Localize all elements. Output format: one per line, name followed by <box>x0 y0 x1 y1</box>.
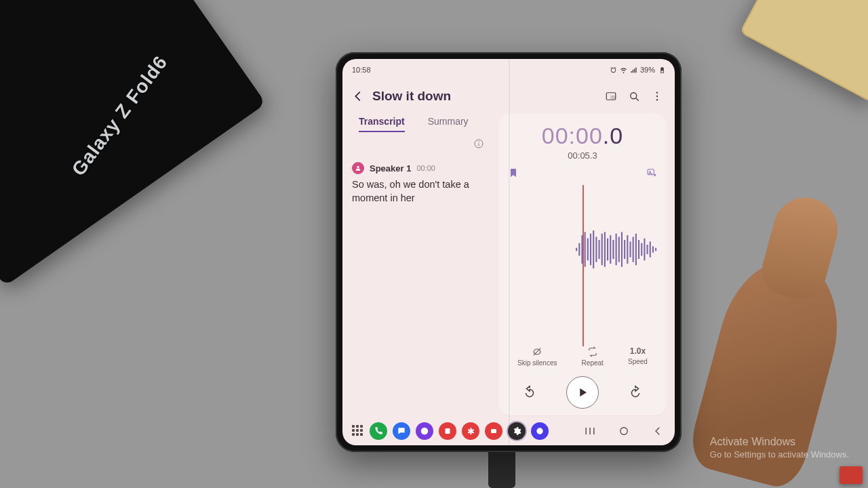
box-badge-icon <box>0 0 9 22</box>
tabs: Transcript Summary <box>351 113 489 139</box>
page-title: Slow it down <box>372 89 597 104</box>
status-bar: 10:58 39% <box>342 59 675 78</box>
corner-badge-icon <box>840 466 863 484</box>
waveform[interactable] <box>505 185 660 346</box>
retail-box <box>0 0 266 286</box>
taskbar-app-video[interactable] <box>485 422 502 440</box>
screen: 10:58 39% Slow it down <box>342 59 675 445</box>
waveform-icon <box>575 226 660 273</box>
image-annotate-button[interactable] <box>646 167 657 181</box>
status-battery: 39% <box>640 66 655 74</box>
taskbar-app-phone[interactable] <box>370 422 387 440</box>
svg-point-47 <box>536 428 542 434</box>
taskbar-app-messages[interactable] <box>393 422 410 440</box>
app-drawer-button[interactable] <box>352 425 364 437</box>
nav-home-button[interactable] <box>616 424 631 439</box>
taskbar: ✱ <box>342 417 675 445</box>
transcript-text: So was, oh we don't take a moment in her <box>351 178 489 205</box>
taskbar-app-browser[interactable] <box>416 422 433 440</box>
svg-point-10 <box>357 166 359 168</box>
svg-rect-45 <box>446 428 450 434</box>
speed-label: Speed <box>628 358 648 365</box>
total-time: 00:05.3 <box>505 150 660 161</box>
current-time-dec: .0 <box>603 123 623 148</box>
hand <box>685 247 854 488</box>
pip-button[interactable] <box>601 87 620 106</box>
wooden-prop <box>740 0 868 102</box>
nav-back-button[interactable] <box>650 424 665 439</box>
taskbar-app-clock[interactable] <box>531 422 549 440</box>
nav-recents-button[interactable] <box>583 424 597 439</box>
svg-marker-43 <box>580 388 587 396</box>
svg-line-3 <box>636 98 639 101</box>
speaker-avatar-icon <box>352 162 364 174</box>
back-button[interactable] <box>348 86 368 106</box>
transcript-pane: Transcript Summary Speaker 1 00:00 So wa… <box>351 113 489 415</box>
repeat-label: Repeat <box>582 359 604 367</box>
playback-controls <box>505 376 660 409</box>
svg-point-9 <box>478 141 479 142</box>
tab-summary[interactable]: Summary <box>428 116 469 132</box>
more-button[interactable] <box>648 87 667 106</box>
svg-point-51 <box>620 428 628 435</box>
tablet-device: 10:58 39% Slow it down <box>336 52 682 452</box>
speed-button[interactable]: 1.0x Speed <box>628 346 648 367</box>
status-time: 10:58 <box>352 66 371 74</box>
taskbar-app-settings[interactable] <box>508 422 526 440</box>
svg-point-5 <box>656 96 658 97</box>
wifi-icon <box>620 66 627 73</box>
forward-button[interactable] <box>623 380 648 405</box>
app-header: Slow it down <box>342 78 675 113</box>
svg-point-2 <box>631 93 637 99</box>
playback-options: Skip silences Repeat 1.0x Speed <box>505 346 660 367</box>
skip-silences-label: Skip silences <box>517 359 557 367</box>
search-button[interactable] <box>625 87 644 106</box>
battery-icon <box>658 66 665 73</box>
svg-point-44 <box>421 428 429 435</box>
alarm-icon <box>610 66 616 73</box>
svg-point-6 <box>656 99 658 100</box>
current-time: 00:00.0 <box>505 123 660 149</box>
skip-silences-button[interactable]: Skip silences <box>517 346 557 367</box>
rewind-button[interactable] <box>517 380 542 405</box>
bookmark-button[interactable] <box>508 167 519 181</box>
current-time-main: 00:00 <box>542 123 603 148</box>
taskbar-app-asterisk[interactable]: ✱ <box>462 422 479 440</box>
svg-rect-46 <box>491 429 496 433</box>
repeat-button[interactable]: Repeat <box>582 346 604 367</box>
tab-transcript[interactable]: Transcript <box>359 116 405 132</box>
play-button[interactable] <box>566 376 599 409</box>
speaker-timestamp: 00:00 <box>416 164 435 172</box>
taskbar-app-notes[interactable] <box>439 422 456 440</box>
speaker-row: Speaker 1 00:00 <box>352 162 488 174</box>
svg-point-4 <box>656 92 658 94</box>
speed-value: 1.0x <box>630 346 646 356</box>
playback-panel: 00:00.0 00:05.3 <box>498 113 667 415</box>
speaker-name: Speaker 1 <box>370 163 411 174</box>
svg-rect-1 <box>611 96 614 99</box>
info-button[interactable] <box>473 138 485 150</box>
signal-icon <box>630 66 637 73</box>
